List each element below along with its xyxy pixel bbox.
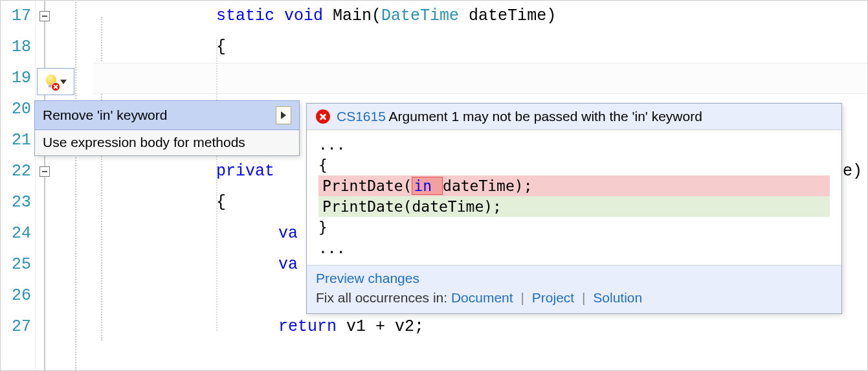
preview-footer: Preview changes Fix all occurrences in: … — [307, 265, 841, 313]
error-message: Argument 1 may not be passed with the 'i… — [389, 109, 702, 124]
line-number: 22 — [1, 156, 35, 187]
chevron-right-icon — [281, 111, 286, 119]
removed-token: in — [412, 177, 443, 195]
code-line[interactable]: return v1 + v2; — [106, 311, 867, 343]
outline-margin — [35, 1, 106, 370]
fix-scope-document[interactable]: Document — [451, 290, 513, 305]
line-number: 26 — [1, 280, 35, 311]
fix-scope-project[interactable]: Project — [532, 290, 574, 305]
line-number: 19 — [1, 63, 35, 94]
chevron-down-icon — [60, 80, 67, 84]
code-line[interactable]: { — [106, 32, 867, 63]
quick-actions-button[interactable] — [37, 68, 74, 95]
fold-toggle[interactable] — [39, 166, 50, 177]
lightbulb-error-icon — [45, 74, 58, 89]
error-icon — [316, 109, 330, 124]
line-number: 27 — [1, 311, 35, 343]
line-number-gutter: 17 18 19 20 21 22 23 24 25 26 27 — [1, 1, 35, 370]
diff-removed-line: PrintDate(in dateTime); — [318, 175, 830, 196]
menu-item-label: Remove 'in' keyword — [43, 107, 167, 123]
preview-changes-link[interactable]: Preview changes — [316, 271, 419, 286]
preview-header: CS1615 Argument 1 may not be passed with… — [307, 104, 841, 130]
current-line-highlight — [93, 63, 867, 94]
line-number: 25 — [1, 249, 35, 280]
menu-item-remove-in-keyword[interactable]: Remove 'in' keyword — [34, 100, 300, 130]
code-fix-preview: CS1615 Argument 1 may not be passed with… — [306, 103, 842, 314]
line-number: 24 — [1, 218, 35, 249]
line-number: 21 — [1, 125, 35, 156]
fold-toggle[interactable] — [39, 11, 50, 21]
preview-diff: ... { PrintDate(in dateTime); PrintDate(… — [307, 130, 841, 265]
code-line[interactable]: static void Main(DateTime dateTime) — [106, 1, 867, 32]
submenu-indicator[interactable] — [276, 106, 291, 124]
menu-item-label: Use expression body for methods — [43, 135, 245, 150]
line-number: 17 — [1, 1, 35, 32]
line-number: 18 — [1, 32, 35, 63]
diff-added-line: PrintDate(dateTime); — [318, 196, 830, 217]
menu-item-use-expression-body[interactable]: Use expression body for methods — [35, 129, 299, 155]
fix-scope-solution[interactable]: Solution — [593, 290, 642, 305]
quick-actions-menu: Remove 'in' keyword Use expression body … — [34, 100, 300, 156]
line-number: 23 — [1, 187, 35, 218]
line-number: 20 — [1, 94, 35, 125]
error-code[interactable]: CS1615 — [337, 109, 386, 124]
fix-scope-label: Fix all occurrences in: — [316, 290, 451, 305]
